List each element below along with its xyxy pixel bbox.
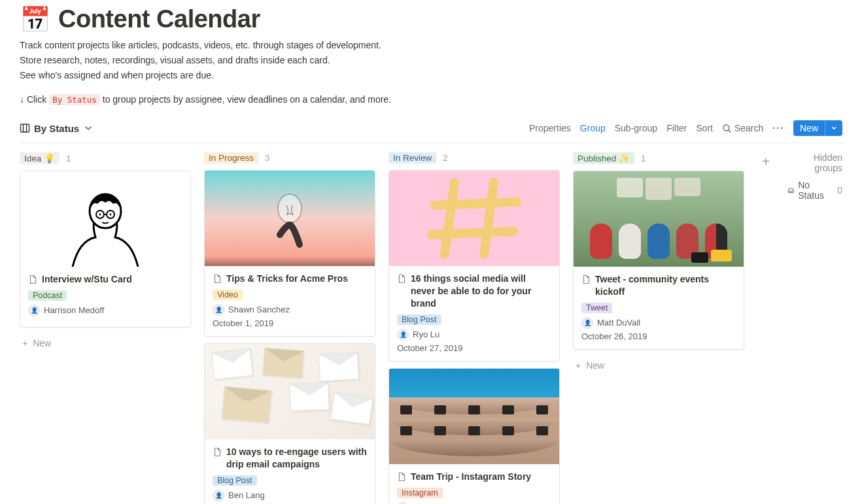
column-count: 2 xyxy=(443,153,447,163)
chevron-down-icon xyxy=(831,125,837,131)
filter-button[interactable]: Filter xyxy=(666,123,687,133)
svg-point-11 xyxy=(278,194,302,223)
status-tag-idea[interactable]: Idea 💡 xyxy=(20,152,60,164)
svg-line-15 xyxy=(432,231,513,235)
card-title: Tips & Tricks for Acme Pros xyxy=(226,273,348,285)
status-tag-in-review[interactable]: In Review xyxy=(388,152,436,163)
page-title[interactable]: Content Calendar xyxy=(58,5,260,33)
hint-row: ↓ Click By Status to group projects by a… xyxy=(20,94,842,105)
assignee-name: Shawn Sanchez xyxy=(228,305,290,314)
column-in-progress: In Progress 3 Tips & Tricks for Acme Pro… xyxy=(204,152,375,504)
svg-point-10 xyxy=(110,214,112,216)
type-tag-video: Video xyxy=(213,290,243,300)
view-bar: By Status Properties Group Sub-group Fil… xyxy=(20,120,842,143)
new-button-dropdown[interactable] xyxy=(825,120,842,136)
card-title: Tweet - community events kickoff xyxy=(595,273,736,298)
card-title: 10 ways to re-engage users with drip ema… xyxy=(226,446,367,471)
search-button[interactable]: Search xyxy=(722,123,763,133)
page-emoji-icon[interactable]: 📅 xyxy=(20,7,50,32)
current-view-label: By Status xyxy=(34,123,79,134)
avatar-icon: 👤 xyxy=(581,317,593,329)
plus-icon: + xyxy=(576,360,581,371)
page-icon xyxy=(213,447,222,457)
card-date: October 27, 2019 xyxy=(397,343,551,353)
column-idea: Idea 💡 1 Interview w/Stu C xyxy=(20,152,191,352)
no-status-group[interactable]: No Status 0 xyxy=(787,180,842,201)
svg-rect-0 xyxy=(21,124,29,132)
avatar-icon: 👤 xyxy=(397,329,409,341)
page-icon xyxy=(213,274,222,284)
add-card-button[interactable]: + New xyxy=(573,356,744,375)
page-header: 📅 Content Calendar Track content project… xyxy=(20,0,842,105)
hint-suffix: to group projects by assignee, view dead… xyxy=(100,94,391,105)
column-count: 3 xyxy=(265,153,269,163)
no-status-label: No Status xyxy=(798,180,827,201)
search-label: Search xyxy=(734,123,763,133)
avatar-icon: 👤 xyxy=(397,502,409,504)
chevron-down-icon xyxy=(83,123,94,133)
building-photo-icon xyxy=(389,369,559,464)
more-options-button[interactable]: ··· xyxy=(772,123,784,133)
hidden-groups-label: Hidden groups xyxy=(787,152,842,173)
kanban-board: Idea 💡 1 Interview w/Stu C xyxy=(20,152,842,504)
status-tag-published[interactable]: Published ✨ xyxy=(573,152,634,164)
add-card-button[interactable]: + New xyxy=(20,334,191,352)
card-title: Team Trip - Instagram Story xyxy=(411,471,531,483)
svg-line-4 xyxy=(729,130,731,133)
type-tag-tweet: Tweet xyxy=(581,303,612,313)
subgroup-button[interactable]: Sub-group xyxy=(615,123,657,133)
avatar-icon: 👤 xyxy=(213,304,224,316)
card-cover xyxy=(389,171,559,266)
assignee-name: Matt DuVall xyxy=(597,318,640,328)
card-date: October 26, 2019 xyxy=(581,331,736,341)
type-tag-blog: Blog Post xyxy=(213,475,257,486)
svg-line-12 xyxy=(445,182,455,254)
card-team-trip[interactable]: Team Trip - Instagram Story Instagram 👤 … xyxy=(388,368,560,504)
column-published: Published ✨ 1 xyxy=(573,152,744,375)
page-icon xyxy=(581,275,591,284)
hidden-groups-section: Hidden groups No Status 0 xyxy=(787,152,842,201)
new-card-label: New xyxy=(33,338,51,348)
card-title: 16 things social media will never be abl… xyxy=(411,273,551,310)
avatar-icon: 👤 xyxy=(28,305,40,316)
sort-button[interactable]: Sort xyxy=(696,123,713,133)
properties-button[interactable]: Properties xyxy=(529,123,571,133)
card-cover xyxy=(389,369,559,464)
new-card-label: New xyxy=(586,360,604,371)
new-button-label: New xyxy=(793,120,825,136)
assignee-name: Ben Lang xyxy=(228,490,265,500)
type-tag-podcast: Podcast xyxy=(28,290,67,301)
assignee-name: Harrison Medoff xyxy=(44,305,104,315)
group-button[interactable]: Group xyxy=(580,123,606,133)
svg-line-14 xyxy=(435,202,517,205)
new-button[interactable]: New xyxy=(793,120,842,136)
assignee-name: Ryo Lu xyxy=(413,329,440,339)
page-icon xyxy=(28,275,38,284)
card-cover xyxy=(205,344,375,439)
card-tips-tricks[interactable]: Tips & Tricks for Acme Pros Video 👤 Shaw… xyxy=(204,170,375,337)
page-icon xyxy=(397,472,407,482)
card-social-media[interactable]: 16 things social media will never be abl… xyxy=(388,170,560,361)
hint-prefix: ↓ Click xyxy=(20,94,49,105)
card-date: October 1, 2019 xyxy=(213,318,367,328)
column-count: 1 xyxy=(641,154,646,163)
inbox-icon xyxy=(787,186,795,195)
card-drip-email[interactable]: 10 ways to re-engage users with drip ema… xyxy=(204,343,375,504)
page-desc-line-2: Store research, notes, recordings, visua… xyxy=(20,54,842,67)
card-interview-stu[interactable]: Interview w/Stu Card Podcast 👤 Harrison … xyxy=(20,171,191,328)
avatar-icon: 👤 xyxy=(213,490,224,501)
add-column-button[interactable]: + xyxy=(757,152,774,171)
lightbulb-photo-icon xyxy=(270,186,309,251)
card-title: Interview w/Stu Card xyxy=(42,273,132,286)
hint-code-pill: By Status xyxy=(49,94,100,105)
view-switcher[interactable]: By Status xyxy=(20,123,94,134)
no-status-count: 0 xyxy=(837,185,842,195)
card-tweet-community[interactable]: Tweet - community events kickoff Tweet 👤… xyxy=(573,171,744,350)
plus-icon: + xyxy=(22,338,27,348)
board-icon xyxy=(20,123,30,133)
type-tag-blog: Blog Post xyxy=(397,314,441,325)
page-icon xyxy=(397,274,407,284)
search-icon xyxy=(722,124,732,133)
svg-line-13 xyxy=(484,182,494,254)
status-tag-in-progress[interactable]: In Progress xyxy=(204,152,258,163)
